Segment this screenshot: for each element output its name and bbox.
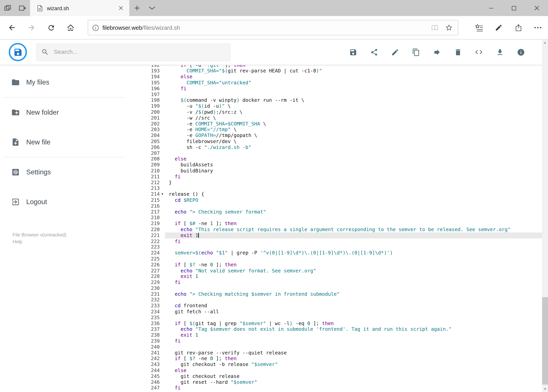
code-text[interactable]: filebrowser/dev \ xyxy=(165,138,548,144)
code-token[interactable]: 0 xyxy=(210,262,213,267)
code-token[interactable] xyxy=(169,321,175,326)
code-token[interactable]: 1 xyxy=(210,221,213,226)
code-token[interactable]: fi xyxy=(180,85,187,91)
code-token[interactable]: )" xyxy=(219,103,225,109)
code-token[interactable] xyxy=(169,273,180,279)
new-tab-button[interactable] xyxy=(129,0,144,16)
sidebar-item-settings[interactable]: Settings xyxy=(0,157,141,187)
code-token[interactable]: -u xyxy=(169,103,195,109)
code-text[interactable]: -u "$(id -u)" \ xyxy=(165,103,548,109)
code-token[interactable] xyxy=(169,303,175,309)
code-token[interactable]: semver= xyxy=(175,250,195,256)
code-token[interactable]: "$( xyxy=(195,103,204,109)
code-token[interactable]: "Not valid semver format. See semver.org… xyxy=(195,267,316,273)
code-token[interactable]: "$semver" xyxy=(251,362,278,367)
tab-preview-toggle[interactable] xyxy=(144,0,160,16)
code-line[interactable]: 223 xyxy=(141,244,548,250)
code-line[interactable]: 214▾release () { xyxy=(141,191,548,197)
code-text[interactable] xyxy=(165,203,548,209)
code-token[interactable]: 1 xyxy=(195,273,198,279)
code-text[interactable]: git rev-parse --verify --quiet release xyxy=(165,350,548,356)
code-token[interactable]: fi xyxy=(175,238,180,244)
code-token[interactable]: ]; xyxy=(213,221,225,226)
code-token[interactable]: ]; xyxy=(222,65,234,68)
code-text[interactable]: fi xyxy=(165,238,548,244)
code-token[interactable]: $( xyxy=(198,109,204,115)
code-text[interactable]: exit 1 xyxy=(165,273,548,279)
code-token[interactable]: if xyxy=(175,321,180,326)
code-token[interactable]: fi xyxy=(175,174,180,179)
code-text[interactable]: echo "> Checking matching $semver in fro… xyxy=(165,291,548,297)
code-token[interactable] xyxy=(169,68,187,74)
code-line[interactable]: 230 xyxy=(141,285,548,291)
code-text[interactable]: if [ $? -ne 0 ]; then xyxy=(165,356,548,362)
code-token[interactable]: else xyxy=(175,368,187,373)
code-token[interactable]: $COMMIT_SHA xyxy=(228,121,260,126)
code-token[interactable]: then xyxy=(322,321,334,326)
code-token[interactable]: //tmp/gopath \ xyxy=(216,133,257,138)
code-text[interactable]: COMMIT_SHA="untracked" xyxy=(165,80,548,85)
code-token[interactable]: "This release script requires a single a… xyxy=(195,226,510,232)
code-token[interactable]: ) xyxy=(290,321,292,326)
code-token[interactable]: $# xyxy=(189,221,195,226)
code-line[interactable]: 229 fi xyxy=(141,280,548,285)
code-line[interactable]: 211 fi xyxy=(141,174,548,179)
code-token[interactable]: \ xyxy=(225,103,231,109)
refresh-button[interactable] xyxy=(41,18,61,37)
code-token[interactable]: "$semver" xyxy=(239,321,266,326)
code-token[interactable]: fi xyxy=(175,385,180,391)
code-token[interactable]: $? xyxy=(189,262,195,267)
sidebar-item-new-file[interactable]: New file xyxy=(0,127,141,157)
code-token[interactable]: COMMIT_SHA="$( xyxy=(187,68,228,74)
code-token[interactable]: docker run --rm -it \ xyxy=(239,97,304,103)
code-token[interactable]: "> Checking matching $semver in frontend… xyxy=(189,291,340,297)
code-token[interactable]: git rev-parse --verify --quiet release xyxy=(169,350,287,356)
code-token[interactable]: else xyxy=(175,156,187,162)
code-token[interactable]: then xyxy=(234,65,245,68)
code-line[interactable]: 197 xyxy=(141,91,548,97)
code-token[interactable] xyxy=(169,250,175,256)
code-token[interactable]: if xyxy=(175,262,180,267)
download-button[interactable] xyxy=(489,39,510,65)
code-line[interactable]: 205 filebrowser/dev \ xyxy=(141,138,548,144)
code-text[interactable] xyxy=(165,315,548,321)
code-token[interactable] xyxy=(169,356,175,362)
code-token[interactable]: fi xyxy=(175,338,180,344)
code-text[interactable]: echo "Tag $semver does not exist in subm… xyxy=(165,326,548,332)
code-line[interactable]: 239 fi xyxy=(141,338,548,344)
code-text[interactable]: else xyxy=(165,156,548,162)
code-token[interactable] xyxy=(213,250,216,256)
code-token[interactable]: id -u xyxy=(204,103,219,109)
code-line[interactable]: 193 COMMIT_SHA="$(git rev-parse HEAD | c… xyxy=(141,68,548,74)
url-text[interactable]: filebrowser.web/files/wizard.sh xyxy=(102,24,428,31)
code-token[interactable]: ) xyxy=(213,109,216,115)
search-box[interactable] xyxy=(36,43,231,61)
code-token[interactable]: } xyxy=(169,179,172,185)
code-text[interactable] xyxy=(165,256,548,262)
code-text[interactable] xyxy=(165,91,548,97)
code-line[interactable]: 204 -e GOPATH=//tmp/gopath \ xyxy=(141,133,548,138)
code-text[interactable] xyxy=(165,244,548,250)
rename-button[interactable] xyxy=(384,39,405,65)
code-line[interactable]: 194 else xyxy=(141,74,548,80)
code-text[interactable]: exit 1 xyxy=(165,232,548,238)
search-input[interactable] xyxy=(54,49,225,56)
code-token[interactable] xyxy=(169,174,175,179)
code-token[interactable]: git checkout release xyxy=(169,373,239,379)
code-line[interactable]: 244 else xyxy=(141,368,548,373)
code-token[interactable]: echo xyxy=(180,326,192,332)
close-tab-button[interactable] xyxy=(117,5,125,12)
close-window-button[interactable] xyxy=(525,0,548,16)
code-text[interactable]: -e GOPATH=//tmp/gopath \ xyxy=(165,133,548,138)
code-token[interactable]: "Tag $semver does not exist in submodule… xyxy=(195,326,451,332)
code-text[interactable]: fi xyxy=(165,385,548,391)
code-text[interactable]: echo "Not valid semver format. See semve… xyxy=(165,267,548,273)
code-token[interactable]: then xyxy=(225,262,236,267)
maximize-button[interactable] xyxy=(503,0,525,16)
code-token[interactable]: ) xyxy=(236,97,239,103)
code-token[interactable]: git fetch --all xyxy=(169,309,219,315)
move-button[interactable] xyxy=(426,39,447,65)
code-token[interactable] xyxy=(169,80,187,85)
code-token[interactable]: cd xyxy=(175,303,180,309)
code-line[interactable]: 238 exit 1 xyxy=(141,332,548,338)
